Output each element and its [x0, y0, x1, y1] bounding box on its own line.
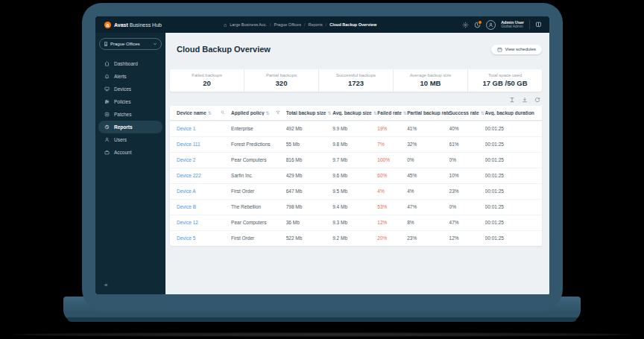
page-header: Cloud Backup Overview View schedules — [177, 39, 542, 60]
column-header-applied-policy[interactable]: Applied policy ⇅ — [231, 110, 286, 115]
pie-chart-icon — [104, 124, 110, 130]
sidebar-item-users[interactable]: Users — [98, 133, 162, 146]
patch-icon — [104, 112, 110, 117]
sidebar-item-label: Reports — [114, 124, 133, 130]
notifications-icon[interactable] — [474, 22, 481, 28]
laptop-mockup: a Avast Business Hub ⌂ Large Business Ac… — [0, 0, 644, 339]
total-size-cell: 522 Mb — [286, 235, 333, 241]
brand-name-rest: Business Hub — [130, 22, 162, 28]
stat-value: 20 — [203, 79, 211, 87]
failed-rate-cell: 100% — [377, 157, 407, 162]
device-link[interactable]: Device 2 — [177, 157, 231, 162]
duration-cell: 00:01:25 — [485, 173, 535, 178]
table-row: Device 1 Enterprise 492 Mb 9.9 Mb 19% 41… — [170, 121, 542, 136]
breadcrumb-item-account[interactable]: Large Business Acc. — [230, 22, 267, 27]
avg-size-cell: 9.9 Mb — [332, 126, 377, 131]
breadcrumb-item-reports[interactable]: Reports — [308, 22, 322, 27]
settings-gear-icon[interactable] — [462, 22, 469, 28]
user-role: Global Admin — [501, 25, 524, 29]
table-row: Device 5 First Order 522 Mb 9.2 Mb 20% 2… — [170, 230, 542, 246]
failed-rate-cell: 7% — [377, 142, 407, 147]
total-size-cell: 798 Mb — [286, 204, 333, 209]
sidebar-item-dashboard[interactable]: Dashboard — [98, 57, 162, 70]
sidebar-collapse-button[interactable]: « — [104, 282, 107, 288]
console-switcher-icon[interactable] — [535, 22, 542, 28]
refresh-icon[interactable] — [534, 97, 540, 103]
column-header-device-name[interactable]: Device name ⇅ — [177, 110, 231, 115]
topbar-right: Admin User Global Admin — [462, 20, 542, 30]
sidebar-item-patches[interactable]: Patches — [98, 108, 162, 121]
column-header-partial-backup-rate[interactable]: Partial backup rate ⇅ — [407, 110, 449, 115]
partial-rate-cell: 32% — [407, 142, 449, 147]
avg-size-cell: 9.5 Mb — [332, 188, 377, 194]
column-header-success-rate[interactable]: Success rate ⇅ — [449, 110, 485, 115]
view-schedules-button[interactable]: View schedules — [491, 45, 542, 54]
total-size-cell: 492 Mb — [286, 126, 333, 131]
avg-size-cell: 9.2 Mb — [332, 235, 377, 241]
sort-icon: ⇅ — [481, 110, 484, 115]
sidebar-item-policies[interactable]: Policies — [98, 95, 162, 108]
policy-cell: First Order — [231, 188, 286, 194]
duration-cell: 00:01:25 — [485, 126, 535, 131]
device-link[interactable]: Device A — [177, 188, 231, 194]
filter-icon[interactable] — [276, 110, 280, 115]
column-header-avg-backup-size[interactable]: Avg. backup size ⇅ — [332, 110, 377, 115]
topbar-divider — [529, 20, 530, 29]
sidebar-item-reports[interactable]: Reports — [98, 121, 162, 133]
column-label: Device name — [177, 110, 206, 115]
sidebar-item-devices[interactable]: Devices — [98, 83, 162, 95]
user-info[interactable]: Admin User Global Admin — [501, 20, 524, 29]
success-rate-cell: 12% — [449, 235, 485, 241]
stat-value: 10 MB — [420, 79, 441, 87]
duration-cell: 00:01:25 — [485, 235, 535, 241]
briefcase-icon — [104, 150, 110, 155]
avg-size-cell: 9.7 Mb — [332, 157, 377, 162]
column-header-avg-backup-duration[interactable]: Avg. backup duration ⇅ — [485, 110, 535, 115]
column-label: Total backup size — [286, 110, 326, 115]
duration-cell: 00:01:25 — [485, 142, 535, 147]
avg-size-cell: 9.6 Mb — [332, 173, 377, 178]
device-link[interactable]: Device 1 — [177, 126, 231, 131]
sidebar-item-label: Users — [114, 137, 127, 142]
sort-icon: ⇅ — [373, 110, 377, 115]
calendar-icon — [497, 47, 502, 52]
breadcrumb-item-site[interactable]: Prague Offices — [274, 22, 301, 27]
sidebar-item-account[interactable]: Account — [98, 146, 162, 159]
policy-cell: First Order — [231, 235, 286, 241]
breadcrumb-separator: / — [304, 22, 306, 27]
stat-successful-backups: Successful backups 1723 — [319, 69, 394, 92]
column-label: Applied policy — [231, 110, 264, 115]
columns-icon[interactable] — [509, 97, 515, 103]
sidebar-item-alerts[interactable]: Alerts — [98, 70, 162, 83]
device-link[interactable]: Device 12 — [177, 220, 231, 225]
total-size-cell: 55 Mb — [286, 142, 333, 147]
device-link[interactable]: Device 5 — [177, 235, 231, 241]
sort-icon: ⇅ — [403, 110, 407, 115]
device-link[interactable]: Device B — [177, 204, 231, 209]
table-header-row: Device name ⇅ Applied policy ⇅ Total bac… — [170, 106, 542, 121]
stat-label: Average backup size — [410, 73, 452, 77]
sidebar-item-label: Patches — [114, 112, 132, 117]
device-link[interactable]: Device 222 — [177, 173, 231, 178]
download-icon[interactable] — [522, 97, 528, 103]
table-row: Device 111 Forest Predictions 55 Mb 9.8 … — [170, 136, 542, 152]
sidebar: Prague Offices Dashboard Alerts Devices — [95, 33, 165, 294]
sidebar-nav: Dashboard Alerts Devices Policies — [95, 57, 165, 159]
failed-rate-cell: 19% — [377, 126, 407, 131]
partial-rate-cell: 47% — [407, 204, 449, 209]
policy-cell: Pear Computers — [231, 157, 286, 162]
brand-name-bold: Avast — [114, 22, 128, 28]
building-icon — [104, 42, 108, 46]
laptop-lid: a Avast Business Hub ⌂ Large Business Ac… — [82, 3, 563, 311]
search-icon[interactable] — [221, 110, 225, 115]
org-selector[interactable]: Prague Offices — [99, 38, 162, 50]
policy-cell: Forest Predictions — [231, 142, 286, 147]
stat-average-backup-size: Average backup size 10 MB — [394, 69, 468, 92]
column-label: Avg. backup size — [332, 110, 372, 115]
home-icon[interactable]: ⌂ — [224, 22, 227, 28]
avast-logo-icon: a — [104, 22, 111, 28]
avatar[interactable] — [486, 20, 496, 30]
column-header-failed-rate[interactable]: Failed rate ⇅ — [377, 110, 407, 115]
device-link[interactable]: Device 111 — [177, 142, 231, 147]
column-header-total-backup-size[interactable]: Total backup size ⇅ — [286, 110, 333, 115]
